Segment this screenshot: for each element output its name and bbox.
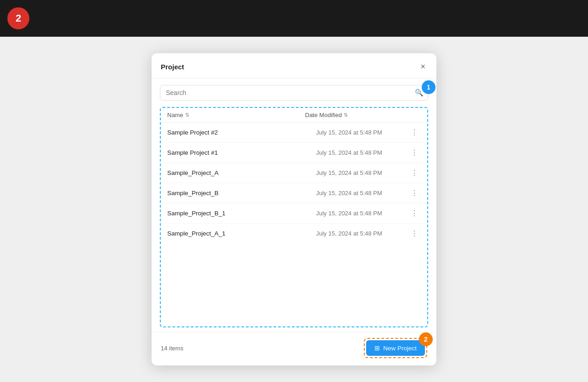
col-name-header: Name ⇅ <box>167 112 305 118</box>
new-project-dashed-wrapper: ⊞ New Project 2 <box>364 338 427 358</box>
table-rows: Sample Project #2 July 15, 2024 at 5:48 … <box>161 123 427 243</box>
row-project-name: Sample Project #1 <box>167 149 316 156</box>
row-menu-button[interactable]: ⋮ <box>408 127 421 138</box>
row-date-modified: July 15, 2024 at 5:48 PM <box>316 169 408 176</box>
dialog-footer: 14 items ⊞ New Project 2 <box>152 332 436 365</box>
row-menu-button[interactable]: ⋮ <box>408 147 421 158</box>
items-count: 14 items <box>161 345 183 352</box>
table-row[interactable]: Sample_Project_A_1 July 15, 2024 at 5:48… <box>161 224 427 243</box>
step-badge-2-orange: 2 <box>419 332 433 346</box>
project-dialog: Project × 🔍 1 Name ⇅ Date Modi <box>152 53 436 365</box>
close-button[interactable]: × <box>418 62 427 72</box>
row-menu-button[interactable]: ⋮ <box>408 208 421 219</box>
step-badge-1-blue: 1 <box>422 80 435 94</box>
row-date-modified: July 15, 2024 at 5:48 PM <box>316 210 408 217</box>
row-menu-button[interactable]: ⋮ <box>408 188 421 198</box>
table-row[interactable]: Sample_Project_B July 15, 2024 at 5:48 P… <box>161 183 427 203</box>
new-project-button[interactable]: ⊞ New Project <box>366 340 425 356</box>
main-area: Project × 🔍 1 Name ⇅ Date Modi <box>0 37 588 382</box>
row-date-modified: July 15, 2024 at 5:48 PM <box>316 149 408 156</box>
new-project-icon: ⊞ <box>374 344 380 352</box>
table-row[interactable]: Sample Project #1 July 15, 2024 at 5:48 … <box>161 143 427 163</box>
search-input-wrapper: 🔍 1 <box>160 85 428 101</box>
project-table-container: Name ⇅ Date Modified ⇅ Sample Project #2… <box>160 107 428 327</box>
row-project-name: Sample Project #2 <box>167 129 316 136</box>
name-sort-icon[interactable]: ⇅ <box>185 112 189 118</box>
row-project-name: Sample_Project_A_1 <box>167 230 316 237</box>
dialog-title: Project <box>161 63 184 71</box>
top-bar: 2 <box>0 0 588 37</box>
search-input[interactable] <box>160 85 428 101</box>
table-header: Name ⇅ Date Modified ⇅ <box>161 108 427 123</box>
table-row[interactable]: Sample_Project_A July 15, 2024 at 5:48 P… <box>161 163 427 183</box>
row-menu-button[interactable]: ⋮ <box>408 168 421 178</box>
row-date-modified: July 15, 2024 at 5:48 PM <box>316 230 408 237</box>
row-date-modified: July 15, 2024 at 5:48 PM <box>316 190 408 197</box>
row-project-name: Sample_Project_B <box>167 190 316 197</box>
dialog-header: Project × <box>152 53 436 79</box>
table-row[interactable]: Sample Project #2 July 15, 2024 at 5:48 … <box>161 123 427 143</box>
step-badge-2-red: 2 <box>7 7 29 29</box>
row-menu-button[interactable]: ⋮ <box>408 228 421 239</box>
search-container: 🔍 1 <box>152 79 436 105</box>
row-project-name: Sample_Project_B_1 <box>167 210 316 217</box>
col-date-header: Date Modified ⇅ <box>305 112 406 118</box>
row-project-name: Sample_Project_A <box>167 169 316 176</box>
table-row[interactable]: Sample_Project_B_1 July 15, 2024 at 5:48… <box>161 203 427 224</box>
row-date-modified: July 15, 2024 at 5:48 PM <box>316 129 408 136</box>
date-sort-icon[interactable]: ⇅ <box>344 112 348 118</box>
